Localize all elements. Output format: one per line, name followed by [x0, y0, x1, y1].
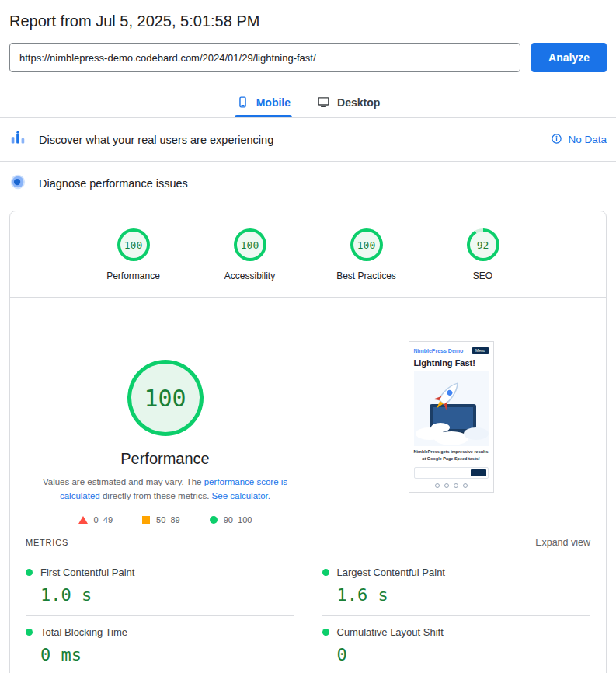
page-screenshot-thumbnail[interactable]: NimblePress Demo Menu Lightning Fast!	[409, 341, 494, 493]
legend-range: 90–100	[224, 515, 252, 525]
disclaimer-text: directly from these metrics.	[103, 491, 209, 500]
lighthouse-report-card: 100 Performance 100 Accessibility 100 Be…	[9, 211, 607, 673]
social-icon	[454, 483, 458, 488]
users-experience-icon	[9, 130, 26, 149]
thumb-headline: Lightning Fast!	[414, 358, 489, 368]
expand-view-toggle[interactable]: Expand view	[535, 537, 590, 548]
device-tabs: Mobile Desktop	[0, 89, 616, 118]
thumb-header: NimblePress Demo Menu	[414, 347, 489, 354]
tab-desktop-label: Desktop	[337, 96, 380, 109]
url-input[interactable]	[9, 43, 520, 72]
info-icon	[551, 133, 562, 147]
performance-summary: 100 Performance Values are estimated and…	[23, 298, 593, 525]
score-disclaimer: Values are estimated and may vary. The p…	[31, 476, 299, 504]
metrics-heading: METRICS	[26, 538, 68, 547]
metric-name: Largest Contentful Paint	[337, 567, 445, 578]
rocket-illustration	[414, 371, 489, 446]
social-icon	[444, 483, 449, 488]
diagnose-title: Diagnose performance issues	[39, 177, 188, 190]
no-data-link[interactable]: No Data	[551, 133, 607, 147]
metric-name: Cumulative Layout Shift	[337, 626, 444, 638]
metrics-header: METRICS Expand view	[23, 537, 593, 556]
thumb-caption: NimblePress gets impressive results at G…	[414, 448, 489, 462]
legend-range: 50–89	[156, 515, 180, 525]
thumb-site-name: NimblePress Demo	[414, 348, 464, 354]
tab-mobile-label: Mobile	[256, 96, 291, 109]
performance-gauge-area: 100 Performance Values are estimated and…	[23, 298, 308, 525]
score-ring: 100	[117, 228, 150, 261]
score-ring: 100	[234, 228, 266, 261]
score-label: Best Practices	[336, 270, 396, 281]
thumb-menu-button: Menu	[472, 347, 489, 354]
score-performance[interactable]: 100 Performance	[96, 228, 171, 281]
score-value: 100	[237, 232, 263, 258]
real-users-title: Discover what your real users are experi…	[39, 134, 273, 146]
metric-total-blocking-time: Total Blocking Time 0 ms	[26, 615, 294, 673]
social-icon	[463, 483, 468, 488]
legend-average: 50–89	[142, 515, 180, 525]
see-calculator-link[interactable]: See calculator.	[212, 491, 270, 500]
legend-pass: 90–100	[210, 515, 252, 525]
score-accessibility[interactable]: 100 Accessibility	[213, 228, 287, 281]
performance-gauge-ring: 100	[127, 360, 204, 436]
score-seo[interactable]: 92 SEO	[446, 228, 520, 281]
score-label: Performance	[106, 270, 160, 281]
pass-dot-icon	[322, 569, 329, 576]
metric-value: 0 ms	[40, 645, 294, 664]
no-data-label: No Data	[568, 134, 607, 145]
legend-range: 0–49	[94, 515, 113, 525]
analyze-button[interactable]: Analyze	[531, 43, 607, 72]
orange-square-icon	[142, 516, 150, 524]
pagespeed-report: Report from Jul 5, 2025, 5:01:58 PM Anal…	[0, 12, 616, 673]
score-ring: 100	[350, 228, 383, 261]
diagnose-section: Diagnose performance issues	[9, 162, 607, 204]
real-users-section: Discover what your real users are experi…	[9, 118, 607, 161]
performance-gauge-label: Performance	[120, 450, 210, 468]
metric-first-contentful-paint: First Contentful Paint 1.0 s	[26, 556, 294, 615]
metric-value: 1.6 s	[337, 585, 591, 605]
metric-value: 0	[337, 645, 591, 664]
score-ring: 92	[467, 228, 499, 261]
disclaimer-text: Values are estimated and may vary. The	[43, 477, 202, 486]
metrics-grid: First Contentful Paint 1.0 s Largest Con…	[23, 556, 593, 673]
metric-value: 1.0 s	[40, 585, 294, 605]
screenshot-area: NimblePress Demo Menu Lightning Fast!	[308, 298, 593, 525]
page-title: Report from Jul 5, 2025, 5:01:58 PM	[9, 12, 607, 30]
pass-dot-icon	[26, 569, 33, 576]
category-scores: 100 Performance 100 Accessibility 100 Be…	[23, 222, 593, 294]
mobile-icon	[236, 96, 249, 109]
tab-mobile[interactable]: Mobile	[227, 89, 300, 117]
pass-dot-icon	[322, 629, 329, 636]
green-circle-icon	[210, 516, 218, 524]
diagnose-icon	[9, 173, 26, 193]
thumb-search-button	[471, 469, 486, 476]
metric-name: Total Blocking Time	[40, 626, 127, 638]
tab-desktop[interactable]: Desktop	[308, 89, 389, 117]
metric-name: First Contentful Paint	[40, 567, 134, 578]
score-value: 100	[120, 232, 147, 258]
score-label: Accessibility	[224, 270, 275, 281]
social-icon	[435, 483, 440, 488]
desktop-icon	[317, 96, 330, 109]
performance-gauge-value: 100	[131, 364, 200, 432]
thumb-search-bar	[414, 467, 489, 479]
score-label: SEO	[473, 270, 492, 281]
pass-dot-icon	[26, 629, 33, 636]
red-triangle-icon	[78, 516, 88, 524]
score-value: 92	[470, 232, 496, 258]
metric-largest-contentful-paint: Largest Contentful Paint 1.6 s	[322, 556, 591, 615]
thumb-footer-icons	[414, 481, 489, 489]
thumb-search-input	[416, 470, 468, 476]
legend-fail: 0–49	[78, 515, 113, 525]
score-value: 100	[353, 232, 380, 258]
score-legend: 0–49 50–89 90–100	[78, 515, 252, 525]
score-best-practices[interactable]: 100 Best Practices	[329, 228, 404, 281]
url-bar: Analyze	[9, 43, 607, 72]
metric-cumulative-layout-shift: Cumulative Layout Shift 0	[322, 615, 591, 673]
